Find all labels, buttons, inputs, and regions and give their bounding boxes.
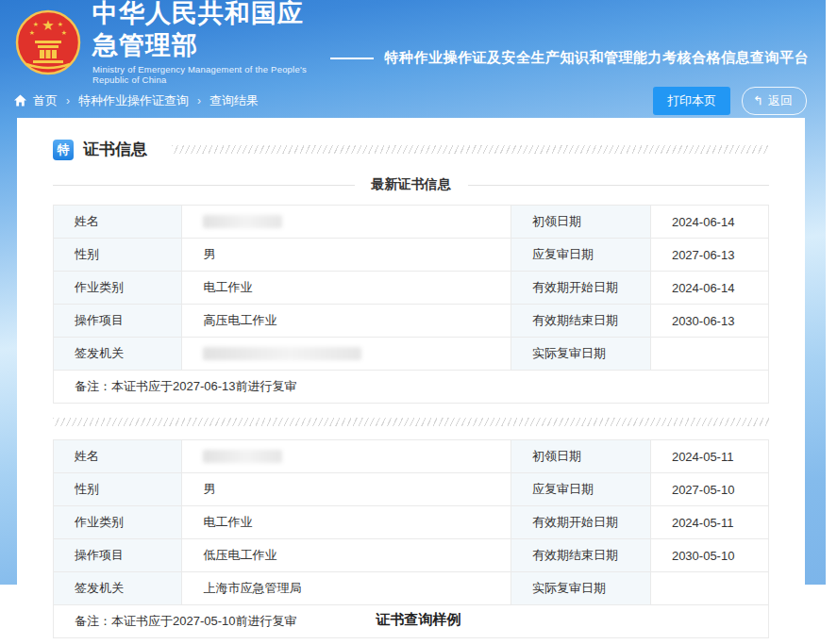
svg-text:★: ★ bbox=[29, 29, 35, 36]
table-row: 操作项目 高压电工作业 有效期结束日期 2030-06-13 bbox=[54, 305, 769, 338]
field-label: 性别 bbox=[54, 239, 182, 272]
redacted-name-blob bbox=[203, 215, 282, 228]
ministry-subtitle: Ministry of Emergency Management of the … bbox=[92, 64, 317, 85]
field-value: 2024-06-14 bbox=[650, 206, 768, 239]
field-label: 有效期结束日期 bbox=[511, 539, 651, 572]
ministry-title: 中华人民共和国应急管理部 bbox=[92, 0, 317, 61]
svg-text:★: ★ bbox=[61, 29, 67, 36]
field-label: 有效期结束日期 bbox=[511, 305, 651, 338]
field-label: 作业类别 bbox=[54, 272, 182, 305]
field-label: 有效期开始日期 bbox=[511, 272, 651, 305]
breadcrumb-separator: › bbox=[197, 94, 201, 107]
field-value-redacted bbox=[182, 206, 511, 239]
section-header: 特 证书信息 bbox=[53, 139, 769, 160]
field-value bbox=[650, 338, 768, 371]
breadcrumb-current-page: 查询结果 bbox=[209, 92, 259, 109]
table-row: 作业类别 电工作业 有效期开始日期 2024-05-11 bbox=[54, 506, 769, 539]
field-label: 实际复审日期 bbox=[511, 572, 651, 605]
table-row: 姓名 初领日期 2024-05-11 bbox=[54, 440, 769, 473]
field-value-redacted bbox=[182, 440, 511, 473]
field-value: 2030-05-10 bbox=[650, 539, 768, 572]
certificate-table-1: 姓名 初领日期 2024-06-14 性别 男 应复审日期 2027-06-13… bbox=[53, 205, 769, 404]
field-label: 实际复审日期 bbox=[511, 338, 651, 371]
field-value: 2027-06-13 bbox=[650, 239, 768, 272]
field-label: 初领日期 bbox=[511, 206, 651, 239]
field-label: 签发机关 bbox=[54, 572, 182, 605]
field-value: 2030-06-13 bbox=[650, 305, 768, 338]
field-label: 作业类别 bbox=[54, 506, 182, 539]
back-button-label: 返回 bbox=[768, 92, 793, 109]
table-row: 操作项目 低压电工作业 有效期结束日期 2030-05-10 bbox=[54, 539, 769, 572]
subtitle-rule-left bbox=[53, 185, 355, 186]
hatch-divider bbox=[53, 418, 769, 426]
national-emblem-logo: ★ ★ ★ ★ ★ bbox=[15, 9, 81, 75]
home-icon bbox=[13, 93, 27, 107]
platform-title: 特种作业操作证及安全生产知识和管理能力考核合格信息查询平台 bbox=[385, 49, 810, 67]
print-page-button[interactable]: 打印本页 bbox=[653, 87, 730, 115]
svg-text:★: ★ bbox=[42, 17, 54, 33]
field-label: 操作项目 bbox=[54, 305, 182, 338]
field-label: 应复审日期 bbox=[511, 473, 651, 506]
field-value: 电工作业 bbox=[182, 272, 511, 305]
breadcrumb: 首页 › 特种作业操作证查询 › 查询结果 bbox=[13, 92, 259, 109]
table-row: 性别 男 应复审日期 2027-06-13 bbox=[54, 239, 769, 272]
subtitle-rule-right bbox=[468, 185, 770, 186]
table-row: 签发机关 上海市应急管理局 实际复审日期 bbox=[54, 572, 769, 605]
breadcrumb-bar: 首页 › 特种作业操作证查询 › 查询结果 打印本页 ↰ 返回 bbox=[0, 83, 826, 118]
field-value: 高压电工作业 bbox=[182, 305, 511, 338]
back-arrow-icon: ↰ bbox=[753, 94, 763, 107]
field-label: 姓名 bbox=[54, 206, 182, 239]
field-value: 男 bbox=[182, 239, 511, 272]
page: ★ ★ ★ ★ ★ 中华人民共和国应急管理部 Ministry of Emerg… bbox=[0, 0, 837, 644]
field-value: 电工作业 bbox=[182, 506, 511, 539]
latest-certificate-subtitle-row: 最新证书信息 bbox=[53, 176, 769, 193]
site-header: ★ ★ ★ ★ ★ 中华人民共和国应急管理部 Ministry of Emerg… bbox=[0, 0, 826, 83]
toolbar-actions: 打印本页 ↰ 返回 bbox=[653, 87, 807, 115]
field-value: 2024-05-11 bbox=[650, 506, 768, 539]
redacted-authority-blob bbox=[203, 347, 361, 360]
back-button[interactable]: ↰ 返回 bbox=[742, 87, 807, 115]
field-value: 低压电工作业 bbox=[182, 539, 511, 572]
breadcrumb-home-link[interactable]: 首页 bbox=[33, 92, 58, 109]
table-row: 签发机关 实际复审日期 bbox=[54, 338, 769, 371]
field-value: 2024-06-14 bbox=[650, 272, 768, 305]
field-value: 男 bbox=[182, 473, 511, 506]
field-value-redacted bbox=[182, 338, 511, 371]
breadcrumb-separator: › bbox=[66, 94, 70, 107]
hatch-decoration bbox=[172, 145, 769, 154]
field-value: 上海市应急管理局 bbox=[182, 572, 511, 605]
blue-gradient-panel: ★ ★ ★ ★ ★ 中华人民共和国应急管理部 Ministry of Emerg… bbox=[0, 0, 826, 585]
section-title: 证书信息 bbox=[83, 139, 147, 160]
field-label: 应复审日期 bbox=[511, 239, 651, 272]
field-label: 性别 bbox=[54, 473, 182, 506]
certificate-remark: 备注：本证书应于2027-06-13前进行复审 bbox=[54, 371, 769, 404]
svg-text:★: ★ bbox=[33, 21, 39, 27]
svg-text:★: ★ bbox=[58, 21, 63, 27]
latest-certificate-subtitle: 最新证书信息 bbox=[372, 176, 451, 193]
field-label: 姓名 bbox=[54, 440, 182, 473]
ministry-title-block: 中华人民共和国应急管理部 Ministry of Emergency Manag… bbox=[92, 0, 317, 85]
field-value: 2027-05-10 bbox=[650, 473, 768, 506]
special-operation-badge: 特 bbox=[53, 140, 74, 160]
field-label: 初领日期 bbox=[511, 440, 651, 473]
table-row: 姓名 初领日期 2024-06-14 bbox=[54, 206, 769, 239]
table-row: 性别 男 应复审日期 2027-05-10 bbox=[54, 473, 769, 506]
field-value bbox=[650, 572, 768, 605]
remark-row: 备注：本证书应于2027-06-13前进行复审 bbox=[54, 371, 769, 404]
platform-title-block: 特种作业操作证及安全生产知识和管理能力考核合格信息查询平台 bbox=[330, 49, 810, 67]
certificate-info-card: 特 证书信息 最新证书信息 姓名 初领日期 2024-06-14 bbox=[17, 118, 805, 644]
title-divider-line bbox=[330, 58, 374, 59]
field-label: 签发机关 bbox=[54, 338, 182, 371]
field-value: 2024-05-11 bbox=[650, 440, 768, 473]
field-label: 有效期开始日期 bbox=[511, 506, 651, 539]
field-label: 操作项目 bbox=[54, 539, 182, 572]
redacted-name-blob bbox=[203, 450, 282, 463]
table-row: 作业类别 电工作业 有效期开始日期 2024-06-14 bbox=[54, 272, 769, 305]
certificate-table-2: 姓名 初领日期 2024-05-11 性别 男 应复审日期 2027-05-10… bbox=[53, 439, 769, 638]
breadcrumb-query-link[interactable]: 特种作业操作证查询 bbox=[78, 92, 189, 109]
